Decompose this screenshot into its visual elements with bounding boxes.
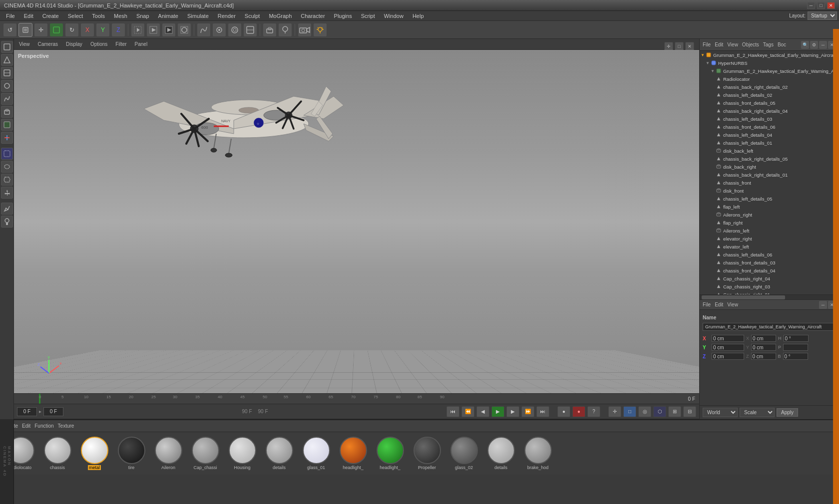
camera-tool[interactable] [298,23,312,37]
layout-selector[interactable]: Startup [808,11,837,20]
minimize-button[interactable]: ─ [807,2,815,9]
spline-mode-btn[interactable] [1,93,13,105]
attr-h-input[interactable] [784,335,809,342]
tool-3[interactable]: ◎ [638,406,651,417]
menu-plugins[interactable]: Plugins [330,12,356,20]
tree-item-clds06[interactable]: chassis_left_details_06 [700,251,839,258]
mat-details2[interactable]: details [483,437,518,470]
tool-6[interactable]: ⊟ [683,406,696,417]
go-start-btn[interactable]: ⏮ [446,406,459,417]
menu-script[interactable]: Script [357,12,379,20]
mat-glass01[interactable]: glass_01 [299,437,334,470]
spline-tool[interactable] [197,23,211,37]
render-active[interactable] [162,23,176,37]
menu-character[interactable]: Character [297,12,329,20]
render-view[interactable] [146,23,160,37]
rotate-button[interactable]: ↻ [65,23,79,37]
maximize-button[interactable]: □ [817,2,825,9]
attr-z-input[interactable] [712,353,744,360]
menu-tools[interactable]: Tools [88,12,109,20]
viewport-menu-display[interactable]: Display [64,40,84,48]
mat-edit-btn[interactable]: Edit [22,423,30,429]
obj-file-btn[interactable]: File [703,42,711,47]
obj-edit-btn[interactable]: Edit [715,42,723,47]
viewport-menu-options[interactable]: Options [88,40,109,48]
point-mode-btn[interactable] [1,80,13,92]
attr-p-input[interactable] [783,344,808,351]
menu-render[interactable]: Render [214,12,240,20]
z-rotate[interactable]: Z [111,23,125,37]
tree-item-df[interactable]: disk_front [700,187,839,195]
lasso-btn[interactable] [1,161,13,173]
tree-item-fr[interactable]: flap_right [700,219,839,227]
tree-item-cbrights02[interactable]: chassis_back_right_details_02 [700,83,839,91]
pen-tool-btn[interactable] [1,203,13,215]
attr-x-input[interactable] [712,335,744,342]
mat-texture-btn[interactable]: Texture [58,423,74,429]
mesh-mode-btn[interactable] [1,54,13,66]
tree-item-er[interactable]: elevator_right [700,235,839,243]
mat-propeller[interactable]: Propeller [410,437,444,470]
obj-settings-icon[interactable]: ⚙ [810,41,818,49]
menu-window[interactable]: Window [380,12,408,20]
timeline-ruler[interactable]: 0 5 10 15 20 25 30 35 40 45 50 55 60 65 … [14,393,699,404]
menu-help[interactable]: Help [409,12,428,20]
select-all-btn[interactable] [1,148,13,160]
prev-frame-btn[interactable]: ◀ [476,406,489,417]
tree-item-clds03[interactable]: chassis_left_details_03 [700,115,839,123]
attr-edit-btn[interactable]: Edit [715,302,723,307]
viewport-3d[interactable]: Perspective [14,50,699,393]
viewport-menu-cameras[interactable]: Cameras [36,40,60,48]
tree-item-dbl[interactable]: disk_back_left [700,147,839,155]
x-rotate[interactable]: X [80,23,94,37]
poly-select-btn[interactable] [1,174,13,186]
mat-housing[interactable]: Housing [225,437,260,470]
attr-minimize-icon[interactable]: ─ [819,301,827,309]
tree-root[interactable]: ▼ Grumman_E_2_Hawkeye_tactical_Early_War… [700,51,839,59]
scale-button[interactable] [49,23,63,37]
tree-hypernurbs[interactable]: ▼ HyperNURBS [700,59,839,67]
tree-item-cf[interactable]: chassis_front [700,179,839,187]
tree-item-dbr[interactable]: disk_back_right [700,163,839,171]
obj-mode-btn[interactable] [1,106,13,118]
tree-item-al[interactable]: Ailerons_left [700,227,839,235]
tree-item-ccr04[interactable]: Cap_chassis_right_04 [700,274,839,282]
tree-item-clefts02[interactable]: chassis_left_details_02 [700,91,839,99]
model-mode-btn[interactable] [1,41,13,53]
tree-item-clds05[interactable]: chassis_left_details_05 [700,195,839,203]
attr-b-input[interactable] [783,353,808,360]
tree-item-cbrds01[interactable]: chassis_back_right_details_01 [700,171,839,179]
tree-item-cfds06[interactable]: chassis_front_details_06 [700,123,839,131]
mat-details1[interactable]: details [262,437,297,470]
apply-button[interactable]: Apply [777,408,798,417]
viewport-menu-filter[interactable]: Filter [113,40,128,48]
menu-sculpt[interactable]: Sculpt [241,12,264,20]
stop-record-btn[interactable]: ? [587,406,600,417]
next-key-btn[interactable]: ⏩ [521,406,534,417]
mat-brake-hod[interactable]: brake_hod [520,437,555,470]
menu-mograph[interactable]: MoGraph [265,12,296,20]
attr-sz-input[interactable] [751,353,776,360]
menu-create[interactable]: Create [38,12,63,20]
obj-scrollbar[interactable] [700,294,839,299]
tree-main-group[interactable]: ▼ Grumman_E_2_Hawkeye_tactical_Early_War… [700,67,839,75]
axis-mode-btn[interactable] [1,132,13,144]
mat-tire[interactable]: tire [114,437,149,470]
object-tool[interactable] [263,23,277,37]
tree-item-ar[interactable]: Ailerons_right [700,211,839,219]
viewport-nav-icon[interactable]: ✛ [664,42,673,51]
menu-animate[interactable]: Animate [154,12,182,20]
go-end-btn[interactable]: ⏭ [536,406,549,417]
menu-select[interactable]: Select [64,12,87,20]
attr-sx-input[interactable] [751,335,776,342]
mat-aileron[interactable]: Aileron [151,437,186,470]
tool-4[interactable]: ⬡ [653,406,666,417]
model-button[interactable] [18,23,32,37]
undo-button[interactable]: ↺ [3,23,17,37]
edge-mode-btn[interactable] [1,67,13,79]
tree-item-ccr01[interactable]: Cap_chassis_right_01 [700,290,839,294]
start-frame-input[interactable] [17,407,37,416]
tree-item-radiolocator[interactable]: Radiolocator [700,75,839,83]
tool-2[interactable]: □ [623,406,636,417]
tree-item-cfds05[interactable]: chassis_front_details_05 [700,99,839,107]
